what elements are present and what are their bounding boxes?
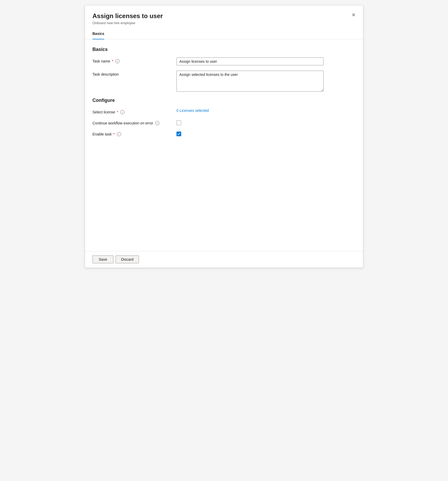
select-license-row: Select license * i 0 Licenses selected [92, 108, 356, 114]
enable-task-info-icon[interactable]: i [117, 132, 121, 136]
task-description-row: Task description Assign selected license… [92, 71, 356, 92]
task-name-required: * [112, 59, 113, 63]
continue-on-error-label: Continue workflow execution on error i [92, 119, 176, 125]
close-button[interactable]: ✕ [349, 11, 358, 19]
assign-licenses-dialog: Assign licenses to user Onboard new hire… [85, 5, 363, 268]
task-name-info-icon[interactable]: i [115, 59, 119, 63]
basics-section-title: Basics [92, 47, 356, 52]
dialog-subtitle: Onboard new hire employee [92, 21, 356, 25]
task-name-row: Task name * i [92, 57, 356, 65]
save-button[interactable]: Save [92, 255, 113, 263]
dialog-title: Assign licenses to user [92, 12, 356, 20]
enable-task-control [176, 130, 356, 136]
continue-on-error-row: Continue workflow execution on error i [92, 119, 356, 125]
tab-basics[interactable]: Basics [92, 28, 104, 39]
configure-section-title: Configure [92, 98, 356, 103]
task-name-label: Task name * i [92, 57, 176, 63]
task-description-label: Task description [92, 71, 176, 76]
configure-section: Configure Select license * i 0 Licenses … [92, 98, 356, 136]
continue-on-error-info-icon[interactable]: i [155, 121, 159, 125]
task-name-control [176, 57, 356, 65]
enable-task-required: * [113, 132, 114, 136]
task-description-textarea[interactable]: Assign selected licenses to the user [176, 71, 324, 92]
select-license-info-icon[interactable]: i [120, 110, 124, 114]
task-description-control: Assign selected licenses to the user [176, 71, 356, 92]
discard-button[interactable]: Discard [116, 255, 139, 263]
enable-task-row: Enable task * i [92, 130, 356, 136]
select-license-control: 0 Licenses selected [176, 108, 356, 113]
enable-task-checkbox[interactable] [176, 132, 181, 136]
dialog-header: Assign licenses to user Onboard new hire… [85, 6, 363, 28]
tabs-bar: Basics [85, 28, 363, 39]
check-icon [177, 132, 180, 135]
continue-on-error-control [176, 119, 356, 125]
close-icon: ✕ [352, 12, 356, 18]
dialog-footer: Save Discard [85, 251, 363, 268]
licenses-selected-link[interactable]: 0 Licenses selected [176, 108, 209, 113]
continue-on-error-checkbox[interactable] [176, 121, 181, 125]
dialog-body: Basics Task name * i Task description A [85, 39, 363, 251]
select-license-required: * [117, 110, 118, 114]
task-name-input[interactable] [176, 57, 324, 65]
enable-task-label: Enable task * i [92, 130, 176, 136]
select-license-label: Select license * i [92, 108, 176, 114]
basics-section: Basics Task name * i Task description A [92, 47, 356, 92]
